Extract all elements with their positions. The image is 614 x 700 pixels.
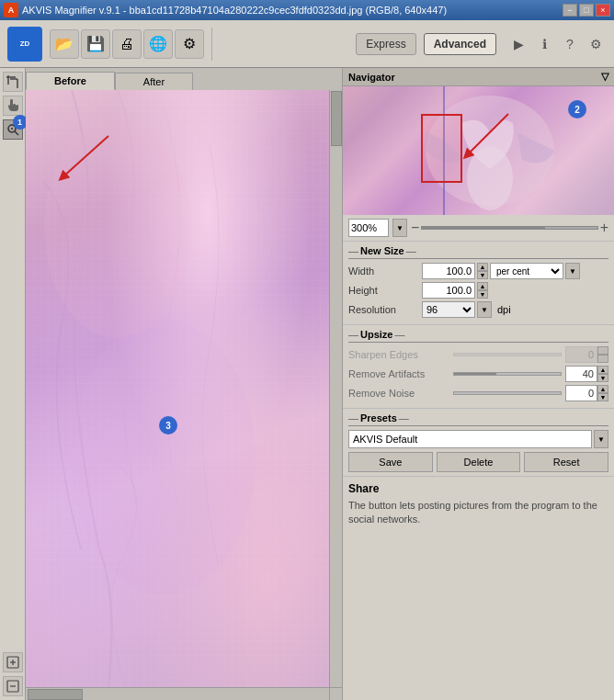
upsize-section: — Upsize — Sharpen Edges ▲ ▼ Remove Arti… [343, 325, 614, 409]
main-toolbar: ZD 📂 💾 🖨 🌐 ⚙ Express Advanced ▶ ℹ ? ⚙ [0, 20, 614, 68]
zoom-slider[interactable] [421, 226, 597, 230]
save-button[interactable]: 💾 [81, 29, 110, 59]
file-tools: 📂 💾 🖨 🌐 ⚙ [50, 29, 204, 59]
vertical-scrollbar-thumb[interactable] [331, 91, 342, 146]
unit-select[interactable]: per cent pixels cm inches [490, 263, 563, 279]
noise-row: Remove Noise ▲ ▼ [348, 385, 608, 401]
width-input-group: ▲ ▼ per cent pixels cm inches ▼ [422, 263, 580, 279]
resolution-dropdown-button[interactable]: ▼ [477, 301, 492, 318]
width-up-button[interactable]: ▲ [477, 263, 488, 271]
height-row: Height ▲ ▼ [348, 282, 608, 299]
zoom-input[interactable]: 300% [348, 219, 389, 237]
bottom-tool-1[interactable] [3, 652, 23, 672]
resolution-input-group: 96 72 150 300 ▼ dpi [422, 301, 511, 318]
preset-action-buttons: Save Delete Reset [348, 452, 608, 472]
artifacts-up-button[interactable]: ▲ [597, 366, 608, 374]
height-input[interactable] [422, 282, 475, 299]
preset-reset-button[interactable]: Reset [524, 452, 608, 472]
mode-selector: Express Advanced [356, 33, 496, 55]
new-size-title: — New Size — [348, 245, 608, 259]
sharpen-slider[interactable] [453, 353, 562, 356]
navigator-collapse-icon[interactable]: ▽ [601, 71, 608, 83]
open-button[interactable]: 📂 [50, 29, 79, 59]
annotation-badge-2: 2 [568, 100, 586, 119]
preset-delete-button[interactable]: Delete [437, 452, 521, 472]
navigator-section: Navigator ▽ [343, 68, 614, 242]
advanced-mode-button[interactable]: Advanced [424, 33, 496, 55]
before-tab[interactable]: Before [26, 72, 115, 90]
sharpen-row: Sharpen Edges ▲ ▼ [348, 346, 608, 363]
brand-logo: ZD [7, 27, 42, 62]
unit-dropdown-button[interactable]: ▼ [565, 263, 580, 279]
noise-down-button[interactable]: ▼ [597, 393, 608, 401]
artifacts-input[interactable] [565, 366, 597, 382]
svg-line-5 [15, 131, 18, 135]
width-input[interactable] [422, 263, 475, 279]
artifacts-slider[interactable] [453, 372, 562, 376]
sharpen-label: Sharpen Edges [348, 349, 449, 360]
noise-label: Remove Noise [348, 388, 449, 399]
pixel-grid-overlay [26, 90, 329, 700]
preset-select-display[interactable]: AKVIS Default [348, 430, 592, 448]
noise-spinner: ▲ ▼ [597, 385, 608, 401]
canvas-viewport[interactable]: 3 [26, 90, 342, 700]
crop-tool-button[interactable] [3, 72, 23, 92]
share-description: The button lets posting pictures from th… [348, 499, 608, 527]
noise-up-button[interactable]: ▲ [597, 385, 608, 393]
navigator-view[interactable]: 2 [343, 86, 614, 215]
zoom-controls: 300% ▼ − + [343, 215, 614, 242]
noise-input[interactable] [565, 385, 597, 401]
main-layout: 1 Before After [0, 68, 614, 700]
width-down-button[interactable]: ▼ [477, 271, 488, 279]
play-button[interactable]: ▶ [507, 33, 529, 55]
bottom-tool-2[interactable] [3, 676, 23, 696]
resolution-row: Resolution 96 72 150 300 ▼ dpi [348, 301, 608, 318]
presets-title: — Presets — [348, 412, 608, 426]
scrollbar-corner [329, 687, 342, 700]
presets-section: — Presets — AKVIS Default ▼ Save Delete … [343, 409, 614, 477]
canvas-tabs: Before After [26, 68, 342, 90]
info-button[interactable]: ℹ [533, 33, 555, 55]
new-size-section: — New Size — Width ▲ ▼ per cent pixels c… [343, 242, 614, 325]
preferences-button[interactable]: ⚙ [585, 33, 607, 55]
width-label: Width [348, 265, 422, 277]
horizontal-scrollbar[interactable] [26, 687, 329, 700]
close-button[interactable]: × [596, 4, 610, 17]
after-tab[interactable]: After [115, 73, 193, 90]
zoom-out-button[interactable]: − [411, 220, 419, 235]
preset-dropdown-button[interactable]: ▼ [594, 430, 608, 448]
toolbar-separator [211, 28, 212, 61]
height-up-button[interactable]: ▲ [477, 282, 488, 290]
noise-slider[interactable] [453, 391, 562, 395]
navigator-header: Navigator ▽ [343, 68, 614, 86]
preset-selector-row: AKVIS Default ▼ [348, 430, 608, 448]
zoom-dropdown-button[interactable]: ▼ [392, 219, 407, 237]
express-mode-button[interactable]: Express [356, 33, 415, 55]
help-button[interactable]: ? [559, 33, 581, 55]
width-spinner: ▲ ▼ [477, 263, 488, 279]
window-title: AKVIS Magnifier v.9.1 - bba1cd11728b4710… [22, 5, 563, 16]
print-button[interactable]: 🖨 [112, 29, 142, 59]
artifacts-label: Remove Artifacts [348, 368, 449, 379]
app-logo: A [4, 3, 18, 17]
window-controls: − □ × [563, 4, 610, 17]
height-down-button[interactable]: ▼ [477, 290, 488, 299]
preset-save-button[interactable]: Save [348, 452, 433, 472]
web-button[interactable]: 🌐 [143, 29, 173, 59]
settings-button[interactable]: ⚙ [175, 29, 204, 59]
artifacts-down-button[interactable]: ▼ [597, 374, 608, 382]
height-label: Height [348, 285, 422, 296]
zoom-tool-button[interactable]: 1 [3, 119, 23, 140]
zoom-slider-fill [422, 227, 544, 229]
maximize-button[interactable]: □ [579, 4, 594, 17]
minimize-button[interactable]: − [563, 4, 577, 17]
vertical-scrollbar[interactable] [329, 90, 342, 687]
horizontal-scrollbar-thumb[interactable] [28, 689, 83, 700]
resolution-select[interactable]: 96 72 150 300 [422, 301, 475, 318]
share-title: Share [348, 482, 608, 495]
artifacts-row: Remove Artifacts ▲ ▼ [348, 366, 608, 382]
zoom-in-button[interactable]: + [600, 220, 608, 235]
dpi-label: dpi [497, 304, 511, 315]
right-panel: Navigator ▽ [343, 68, 614, 700]
hand-tool-button[interactable] [3, 96, 23, 116]
